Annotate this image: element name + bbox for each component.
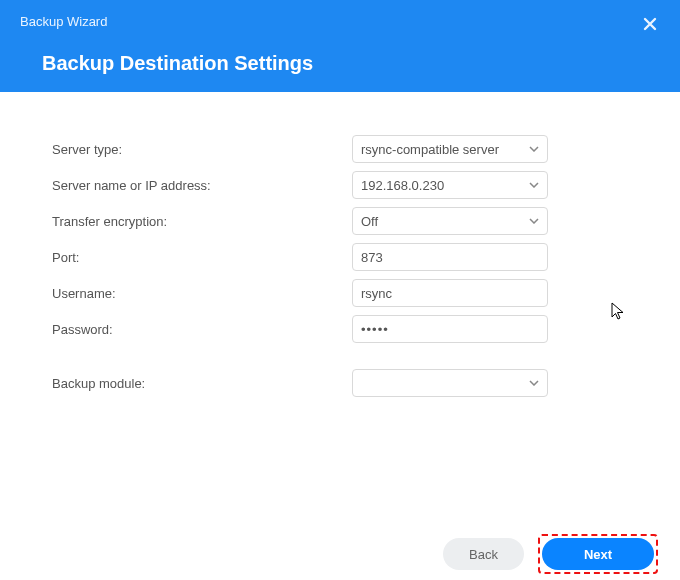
- chevron-down-icon: [529, 146, 539, 152]
- server-type-select[interactable]: rsync-compatible server: [352, 135, 548, 163]
- page-title: Backup Destination Settings: [42, 52, 313, 75]
- transfer-encryption-select[interactable]: Off: [352, 207, 548, 235]
- transfer-encryption-label: Transfer encryption:: [52, 214, 352, 229]
- server-name-select[interactable]: 192.168.0.230: [352, 171, 548, 199]
- next-button-highlight: Next: [538, 534, 658, 574]
- next-button[interactable]: Next: [542, 538, 654, 570]
- username-field[interactable]: [361, 286, 539, 301]
- server-name-label: Server name or IP address:: [52, 178, 352, 193]
- backup-module-select[interactable]: [352, 369, 548, 397]
- back-button[interactable]: Back: [443, 538, 524, 570]
- wizard-title: Backup Wizard: [20, 14, 107, 29]
- chevron-down-icon: [529, 380, 539, 386]
- password-value: •••••: [361, 322, 389, 337]
- port-input[interactable]: [352, 243, 548, 271]
- port-field[interactable]: [361, 250, 539, 265]
- close-icon[interactable]: [638, 12, 662, 36]
- password-input[interactable]: •••••: [352, 315, 548, 343]
- username-label: Username:: [52, 286, 352, 301]
- server-type-value: rsync-compatible server: [361, 142, 499, 157]
- password-label: Password:: [52, 322, 352, 337]
- server-type-label: Server type:: [52, 142, 352, 157]
- username-input[interactable]: [352, 279, 548, 307]
- server-name-value: 192.168.0.230: [361, 178, 444, 193]
- transfer-encryption-value: Off: [361, 214, 378, 229]
- backup-module-label: Backup module:: [52, 376, 352, 391]
- chevron-down-icon: [529, 182, 539, 188]
- port-label: Port:: [52, 250, 352, 265]
- chevron-down-icon: [529, 218, 539, 224]
